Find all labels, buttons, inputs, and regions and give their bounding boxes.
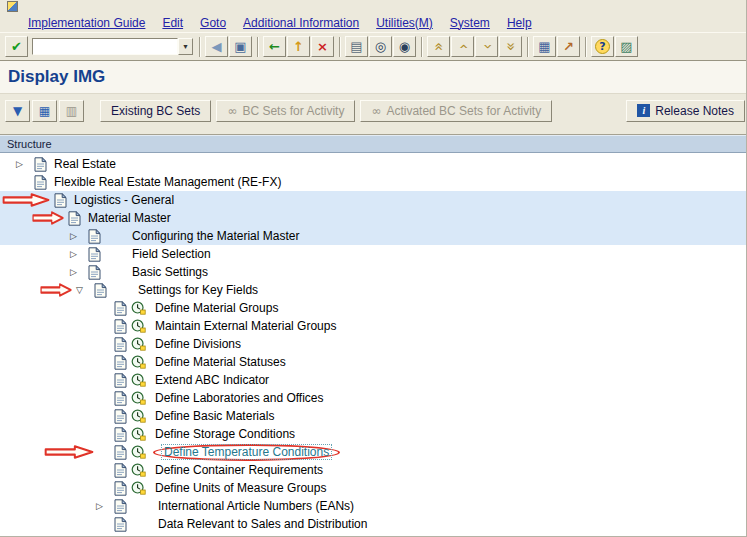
- tree-node-label[interactable]: Define Divisions: [155, 337, 241, 351]
- collapse-icon[interactable]: ▽: [76, 286, 94, 295]
- activity-clock-icon[interactable]: [131, 355, 150, 369]
- tree-node-label[interactable]: Basic Settings: [132, 265, 208, 279]
- exit-button[interactable]: ↑: [287, 36, 310, 57]
- command-field-dropdown-button[interactable]: ▼: [178, 38, 193, 55]
- tree-node-configuring-the-material-master[interactable]: ▷Configuring the Material Master: [0, 227, 746, 245]
- menu-item-implementation-guide[interactable]: Implementation Guide: [28, 16, 145, 30]
- doc-icon: [88, 247, 103, 262]
- glasses-icon: ∞: [227, 105, 237, 117]
- tree-node-define-container-requirements[interactable]: Define Container Requirements: [0, 461, 746, 479]
- customize-layout-button[interactable]: ▨: [615, 36, 638, 57]
- tree-node-label[interactable]: Maintain External Material Groups: [155, 319, 336, 333]
- tree-node-label[interactable]: Define Storage Conditions: [155, 427, 295, 441]
- tree-node-label[interactable]: Extend ABC Indicator: [155, 373, 269, 387]
- create-shortcut-button[interactable]: ↗: [557, 36, 580, 57]
- button-label: Release Notes: [655, 104, 734, 118]
- tree-node-label[interactable]: Define Laboratories and Offices: [155, 391, 324, 405]
- tree-node-settings-for-key-fields[interactable]: ▽Settings for Key Fields: [0, 281, 746, 299]
- find-button[interactable]: ◎: [369, 36, 392, 57]
- expand-icon[interactable]: ▷: [16, 160, 34, 169]
- menu-item-goto[interactable]: Goto: [200, 16, 226, 30]
- tree-node-label[interactable]: Settings for Key Fields: [138, 283, 258, 297]
- tree-node-label[interactable]: Field Selection: [132, 247, 211, 261]
- expand-icon[interactable]: ▷: [70, 250, 88, 259]
- save-icon: ▣: [234, 40, 246, 53]
- tree-node-basic-settings[interactable]: ▷Basic Settings: [0, 263, 746, 281]
- system-menu-icon[interactable]: [7, 1, 18, 12]
- find-next-button[interactable]: ◉: [393, 36, 416, 57]
- tree-node-define-laboratories-and-offices[interactable]: Define Laboratories and Offices: [0, 389, 746, 407]
- collapse-command-field-button[interactable]: ◀: [205, 36, 228, 57]
- menu-item-utilities-m[interactable]: Utilities(M): [376, 16, 433, 30]
- grid-button[interactable]: ▦: [32, 100, 57, 122]
- print-button[interactable]: ▤: [345, 36, 368, 57]
- expand-icon[interactable]: ▷: [70, 232, 88, 241]
- save-button[interactable]: ▣: [229, 36, 252, 57]
- menu-item-additional-information[interactable]: Additional Information: [243, 16, 359, 30]
- release-notes-button[interactable]: iRelease Notes: [626, 100, 745, 122]
- activity-clock-icon[interactable]: [131, 337, 150, 351]
- tree-node-label[interactable]: Real Estate: [54, 157, 116, 171]
- tree-node-maintain-external-material-groups[interactable]: Maintain External Material Groups: [0, 317, 746, 335]
- activity-clock-icon[interactable]: [131, 391, 150, 405]
- tree-node-field-selection[interactable]: ▷Field Selection: [0, 245, 746, 263]
- menu-item-system[interactable]: System: [450, 16, 490, 30]
- tree-node-define-material-groups[interactable]: Define Material Groups: [0, 299, 746, 317]
- tree-node-label[interactable]: Configuring the Material Master: [132, 229, 299, 243]
- tree-node-label[interactable]: Flexible Real Estate Management (RE-FX): [54, 175, 281, 189]
- existing-bc-sets-button[interactable]: Existing BC Sets: [100, 100, 211, 122]
- last-page-button[interactable]: »: [499, 36, 522, 57]
- doc-icon: [94, 283, 109, 298]
- tree-node-define-storage-conditions[interactable]: Define Storage Conditions: [0, 425, 746, 443]
- activity-clock-icon[interactable]: [131, 427, 150, 441]
- bc-sets-for-activity-button[interactable]: ∞BC Sets for Activity: [216, 100, 355, 122]
- tree-node-international-article-numbers-eans[interactable]: ▷International Article Numbers (EANs): [0, 497, 746, 515]
- tree-node-label[interactable]: Define Material Statuses: [155, 355, 286, 369]
- tree-node-label[interactable]: Define Temperature Conditions: [161, 444, 332, 460]
- cancel-button[interactable]: ×: [311, 36, 334, 57]
- previous-page-button[interactable]: ‹: [451, 36, 474, 57]
- tree-node-define-units-of-measure-groups[interactable]: Define Units of Measure Groups: [0, 479, 746, 497]
- back-button[interactable]: ←: [263, 36, 286, 57]
- tree-node-label[interactable]: Data Relevant to Sales and Distribution: [158, 517, 367, 531]
- menu-item-edit[interactable]: Edit: [162, 16, 183, 30]
- toolbar-separator: [585, 37, 587, 57]
- expand-icon[interactable]: ▷: [70, 268, 88, 277]
- tree-node-logistics-general[interactable]: Logistics - General: [0, 191, 746, 209]
- command-field[interactable]: [32, 38, 178, 55]
- activity-clock-icon[interactable]: [131, 301, 150, 315]
- tree-node-label[interactable]: Logistics - General: [74, 193, 174, 207]
- tree-node-label[interactable]: Define Basic Materials: [155, 409, 274, 423]
- activity-clock-icon[interactable]: [131, 319, 150, 333]
- activity-clock-icon[interactable]: [131, 481, 150, 495]
- activity-clock-icon[interactable]: [131, 445, 150, 459]
- tree-node-material-master[interactable]: Material Master: [0, 209, 746, 227]
- tree-node-extend-abc-indicator[interactable]: Extend ABC Indicator: [0, 371, 746, 389]
- tree-node-label[interactable]: International Article Numbers (EANs): [158, 499, 354, 513]
- activated-bc-sets-for-activity-button[interactable]: ∞Activated BC Sets for Activity: [360, 100, 552, 122]
- help-button[interactable]: ?: [591, 36, 614, 57]
- activity-clock-icon[interactable]: [131, 409, 150, 423]
- tree-node-flexible-real-estate-management-re-fx[interactable]: Flexible Real Estate Management (RE-FX): [0, 173, 746, 191]
- funnel-icon: ▼: [13, 105, 22, 117]
- next-page-button[interactable]: ›: [475, 36, 498, 57]
- columns-button[interactable]: ▥: [59, 100, 84, 122]
- tree-node-define-material-statuses[interactable]: Define Material Statuses: [0, 353, 746, 371]
- menu-item-help[interactable]: Help: [507, 16, 532, 30]
- enter-button[interactable]: ✔: [5, 36, 28, 57]
- tree-node-real-estate[interactable]: ▷Real Estate: [0, 155, 746, 173]
- funnel-button[interactable]: ▼: [5, 100, 30, 122]
- activity-clock-icon[interactable]: [131, 463, 150, 477]
- first-page-button[interactable]: «: [427, 36, 450, 57]
- tree-node-define-divisions[interactable]: Define Divisions: [0, 335, 746, 353]
- tree-node-label[interactable]: Define Material Groups: [155, 301, 278, 315]
- tree-node-define-basic-materials[interactable]: Define Basic Materials: [0, 407, 746, 425]
- activity-clock-icon[interactable]: [131, 373, 150, 387]
- tree-node-label[interactable]: Define Container Requirements: [155, 463, 323, 477]
- tree-node-label[interactable]: Define Units of Measure Groups: [155, 481, 326, 495]
- new-session-button[interactable]: ▦: [533, 36, 556, 57]
- tree-node-define-temperature-conditions[interactable]: Define Temperature Conditions: [0, 443, 746, 461]
- expand-icon[interactable]: ▷: [96, 502, 114, 511]
- tree-node-data-relevant-to-sales-and-distribution[interactable]: Data Relevant to Sales and Distribution: [0, 515, 746, 533]
- tree-node-label[interactable]: Material Master: [88, 211, 171, 225]
